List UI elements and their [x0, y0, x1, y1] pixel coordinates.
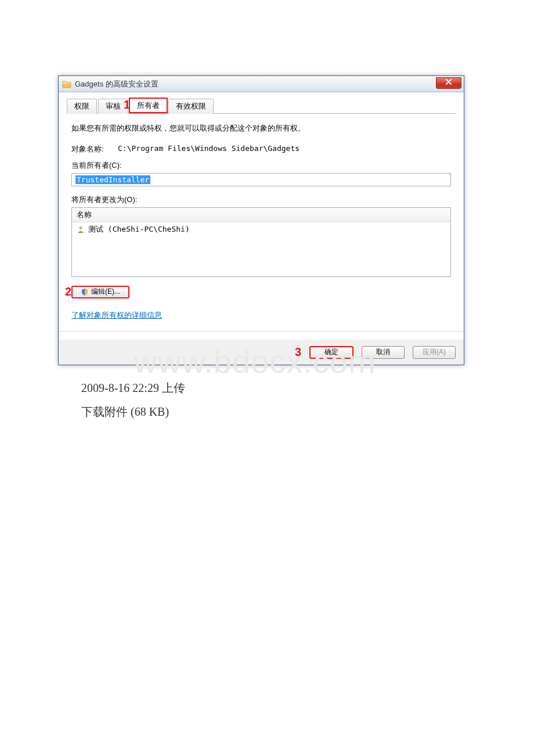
- tab-auditing-label: 审核: [106, 102, 121, 110]
- learn-more-link[interactable]: 了解对象所有权的详细信息: [71, 310, 162, 321]
- tab-auditing[interactable]: 审核 1: [98, 99, 128, 114]
- shield-icon: [81, 288, 89, 296]
- edit-button-label: 编辑(E)...: [91, 287, 120, 297]
- user-icon: [77, 225, 85, 233]
- tab-effective[interactable]: 有效权限: [168, 99, 214, 114]
- current-owner-box: TrustedInstaller: [71, 173, 451, 186]
- dialog-body: 权限 审核 1 所有者 有效权限 如果您有所需的权限或特权，您就可以取得或分配这…: [59, 92, 464, 340]
- object-name-row: 对象名称: C:\Program Files\Windows Sidebar\G…: [71, 144, 451, 154]
- apply-button[interactable]: 应用(A): [413, 346, 456, 359]
- object-name-label: 对象名称:: [71, 144, 118, 154]
- tab-owner[interactable]: 所有者: [129, 98, 167, 113]
- tab-permissions[interactable]: 权限: [67, 99, 97, 114]
- owner-list-item-label: 测试 (CheShi-PC\CheShi): [88, 224, 190, 235]
- current-owner-value: TrustedInstaller: [75, 175, 150, 184]
- upload-caption: 2009-8-16 22:29 上传: [81, 380, 476, 396]
- tab-strip: 权限 审核 1 所有者 有效权限: [67, 98, 456, 114]
- annotation-3: 3: [295, 345, 301, 359]
- object-path: C:\Program Files\Windows Sidebar\Gadgets: [118, 144, 300, 154]
- folder-icon: [62, 80, 71, 89]
- tab-owner-label: 所有者: [137, 101, 160, 110]
- edit-button[interactable]: 编辑(E)...: [71, 286, 129, 298]
- dialog-window: Gadgets 的高级安全设置 权限 审核 1 所有者 有效权限 如果您有所需的…: [58, 75, 464, 365]
- owner-list[interactable]: 名称 测试 (CheShi-PC\CheShi): [71, 207, 451, 277]
- annotation-2: 2: [63, 285, 71, 298]
- ok-button[interactable]: 确定: [309, 346, 353, 359]
- dialog-footer: 3 确定 取消 应用(A): [59, 340, 464, 365]
- titlebar[interactable]: Gadgets 的高级安全设置: [59, 76, 464, 92]
- owner-list-item[interactable]: 测试 (CheShi-PC\CheShi): [72, 222, 450, 236]
- intro-text: 如果您有所需的权限或特权，您就可以取得或分配这个对象的所有权。: [71, 123, 451, 134]
- cancel-button[interactable]: 取消: [362, 346, 405, 359]
- tab-content-owner: 如果您有所需的权限或特权，您就可以取得或分配这个对象的所有权。 对象名称: C:…: [67, 120, 456, 321]
- close-button[interactable]: [436, 77, 461, 89]
- svg-point-0: [79, 226, 82, 229]
- change-owner-label: 将所有者更改为(O):: [71, 195, 451, 205]
- dialog-title: Gadgets 的高级安全设置: [75, 79, 158, 89]
- footer-separator: [59, 331, 464, 332]
- owner-list-header[interactable]: 名称: [72, 208, 450, 222]
- download-caption: 下载附件 (68 KB): [81, 404, 476, 420]
- current-owner-label: 当前所有者(C):: [71, 160, 451, 171]
